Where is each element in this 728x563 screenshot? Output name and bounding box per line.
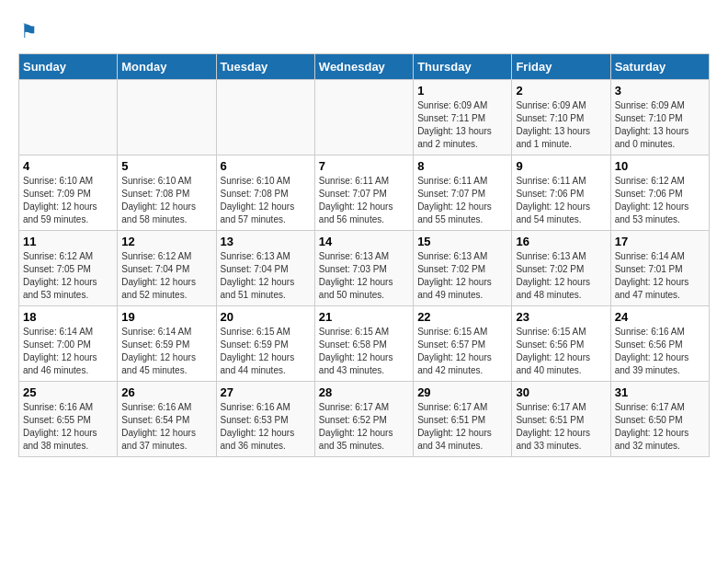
header-sunday: Sunday [19, 54, 118, 80]
calendar-cell [118, 80, 216, 155]
calendar-cell: 26Sunrise: 6:16 AM Sunset: 6:54 PM Dayli… [118, 382, 216, 457]
calendar-cell: 17Sunrise: 6:14 AM Sunset: 7:01 PM Dayli… [610, 231, 709, 306]
day-info: Sunrise: 6:12 AM Sunset: 7:05 PM Dayligh… [23, 250, 113, 302]
day-info: Sunrise: 6:17 AM Sunset: 6:51 PM Dayligh… [516, 401, 606, 453]
header-wednesday: Wednesday [314, 54, 413, 80]
day-number: 15 [417, 235, 507, 248]
week-row-3: 11Sunrise: 6:12 AM Sunset: 7:05 PM Dayli… [19, 231, 710, 306]
day-info: Sunrise: 6:17 AM Sunset: 6:52 PM Dayligh… [319, 401, 409, 453]
day-info: Sunrise: 6:15 AM Sunset: 6:56 PM Dayligh… [516, 326, 606, 377]
day-info: Sunrise: 6:10 AM Sunset: 7:08 PM Dayligh… [121, 175, 211, 226]
day-number: 4 [23, 159, 113, 173]
calendar-header-row: SundayMondayTuesdayWednesdayThursdayFrid… [19, 54, 710, 80]
calendar-cell: 1Sunrise: 6:09 AM Sunset: 7:11 PM Daylig… [414, 80, 512, 155]
day-number: 24 [615, 310, 705, 324]
day-info: Sunrise: 6:10 AM Sunset: 7:09 PM Dayligh… [23, 175, 113, 226]
calendar-cell: 14Sunrise: 6:13 AM Sunset: 7:03 PM Dayli… [314, 231, 413, 306]
calendar-cell: 8Sunrise: 6:11 AM Sunset: 7:07 PM Daylig… [414, 155, 512, 231]
header-friday: Friday [512, 54, 610, 80]
day-number: 31 [615, 385, 705, 399]
day-number: 25 [23, 385, 113, 399]
header-monday: Monday [118, 54, 216, 80]
day-number: 12 [121, 235, 211, 248]
day-info: Sunrise: 6:14 AM Sunset: 7:00 PM Dayligh… [23, 326, 113, 377]
week-row-1: 1Sunrise: 6:09 AM Sunset: 7:11 PM Daylig… [19, 80, 710, 155]
day-info: Sunrise: 6:16 AM Sunset: 6:54 PM Dayligh… [121, 401, 211, 453]
calendar-cell: 13Sunrise: 6:13 AM Sunset: 7:04 PM Dayli… [216, 231, 314, 306]
week-row-2: 4Sunrise: 6:10 AM Sunset: 7:09 PM Daylig… [19, 155, 710, 231]
day-info: Sunrise: 6:14 AM Sunset: 7:01 PM Dayligh… [615, 250, 705, 302]
calendar-cell: 19Sunrise: 6:14 AM Sunset: 6:59 PM Dayli… [118, 306, 216, 382]
day-info: Sunrise: 6:13 AM Sunset: 7:02 PM Dayligh… [516, 250, 606, 302]
calendar-cell: 2Sunrise: 6:09 AM Sunset: 7:10 PM Daylig… [512, 80, 610, 155]
logo-icon: ⚑ [18, 18, 44, 44]
day-info: Sunrise: 6:12 AM Sunset: 7:06 PM Dayligh… [615, 175, 705, 226]
day-info: Sunrise: 6:11 AM Sunset: 7:06 PM Dayligh… [516, 175, 606, 226]
week-row-5: 25Sunrise: 6:16 AM Sunset: 6:55 PM Dayli… [19, 382, 710, 457]
day-info: Sunrise: 6:14 AM Sunset: 6:59 PM Dayligh… [121, 326, 211, 377]
day-number: 30 [516, 385, 606, 399]
calendar-cell: 31Sunrise: 6:17 AM Sunset: 6:50 PM Dayli… [610, 382, 709, 457]
calendar-cell [216, 80, 314, 155]
day-info: Sunrise: 6:17 AM Sunset: 6:50 PM Dayligh… [615, 401, 705, 453]
day-number: 14 [319, 235, 409, 248]
day-number: 1 [417, 84, 507, 98]
day-info: Sunrise: 6:13 AM Sunset: 7:04 PM Dayligh… [221, 250, 311, 302]
svg-text:⚑: ⚑ [20, 20, 38, 41]
day-number: 28 [319, 385, 409, 399]
logo: ⚑ [18, 18, 48, 44]
day-info: Sunrise: 6:17 AM Sunset: 6:51 PM Dayligh… [417, 401, 507, 453]
calendar-cell: 21Sunrise: 6:15 AM Sunset: 6:58 PM Dayli… [314, 306, 413, 382]
calendar-cell: 30Sunrise: 6:17 AM Sunset: 6:51 PM Dayli… [512, 382, 610, 457]
calendar-cell: 15Sunrise: 6:13 AM Sunset: 7:02 PM Dayli… [414, 231, 512, 306]
calendar-cell: 29Sunrise: 6:17 AM Sunset: 6:51 PM Dayli… [414, 382, 512, 457]
day-number: 26 [121, 385, 211, 399]
day-info: Sunrise: 6:10 AM Sunset: 7:08 PM Dayligh… [221, 175, 311, 226]
header-tuesday: Tuesday [216, 54, 314, 80]
calendar-cell [314, 80, 413, 155]
day-info: Sunrise: 6:09 AM Sunset: 7:11 PM Dayligh… [417, 99, 507, 151]
day-info: Sunrise: 6:16 AM Sunset: 6:55 PM Dayligh… [23, 401, 113, 453]
day-number: 7 [319, 159, 409, 173]
calendar-cell: 16Sunrise: 6:13 AM Sunset: 7:02 PM Dayli… [512, 231, 610, 306]
day-number: 29 [417, 385, 507, 399]
day-number: 8 [417, 159, 507, 173]
day-info: Sunrise: 6:09 AM Sunset: 7:10 PM Dayligh… [615, 99, 705, 151]
day-number: 23 [516, 310, 606, 324]
header-saturday: Saturday [610, 54, 709, 80]
calendar-cell: 7Sunrise: 6:11 AM Sunset: 7:07 PM Daylig… [314, 155, 413, 231]
day-info: Sunrise: 6:09 AM Sunset: 7:10 PM Dayligh… [516, 99, 606, 151]
day-number: 16 [516, 235, 606, 248]
calendar-cell: 11Sunrise: 6:12 AM Sunset: 7:05 PM Dayli… [19, 231, 118, 306]
calendar-cell: 20Sunrise: 6:15 AM Sunset: 6:59 PM Dayli… [216, 306, 314, 382]
day-number: 20 [221, 310, 311, 324]
calendar-cell: 3Sunrise: 6:09 AM Sunset: 7:10 PM Daylig… [610, 80, 709, 155]
day-info: Sunrise: 6:11 AM Sunset: 7:07 PM Dayligh… [417, 175, 507, 226]
day-info: Sunrise: 6:15 AM Sunset: 6:57 PM Dayligh… [417, 326, 507, 377]
day-number: 22 [417, 310, 507, 324]
calendar-cell: 9Sunrise: 6:11 AM Sunset: 7:06 PM Daylig… [512, 155, 610, 231]
day-number: 27 [221, 385, 311, 399]
calendar-cell: 4Sunrise: 6:10 AM Sunset: 7:09 PM Daylig… [19, 155, 118, 231]
day-info: Sunrise: 6:12 AM Sunset: 7:04 PM Dayligh… [121, 250, 211, 302]
day-number: 10 [615, 159, 705, 173]
calendar-cell: 18Sunrise: 6:14 AM Sunset: 7:00 PM Dayli… [19, 306, 118, 382]
calendar-cell: 27Sunrise: 6:16 AM Sunset: 6:53 PM Dayli… [216, 382, 314, 457]
day-info: Sunrise: 6:16 AM Sunset: 6:53 PM Dayligh… [221, 401, 311, 453]
calendar-cell [19, 80, 118, 155]
day-number: 5 [121, 159, 211, 173]
day-info: Sunrise: 6:13 AM Sunset: 7:03 PM Dayligh… [319, 250, 409, 302]
calendar-cell: 10Sunrise: 6:12 AM Sunset: 7:06 PM Dayli… [610, 155, 709, 231]
day-number: 2 [516, 84, 606, 98]
header-thursday: Thursday [414, 54, 512, 80]
day-number: 18 [23, 310, 113, 324]
day-number: 17 [615, 235, 705, 248]
day-number: 3 [615, 84, 705, 98]
day-info: Sunrise: 6:13 AM Sunset: 7:02 PM Dayligh… [417, 250, 507, 302]
calendar-cell: 5Sunrise: 6:10 AM Sunset: 7:08 PM Daylig… [118, 155, 216, 231]
calendar-cell: 28Sunrise: 6:17 AM Sunset: 6:52 PM Dayli… [314, 382, 413, 457]
week-row-4: 18Sunrise: 6:14 AM Sunset: 7:00 PM Dayli… [19, 306, 710, 382]
page-header: ⚑ [18, 18, 710, 44]
calendar-table: SundayMondayTuesdayWednesdayThursdayFrid… [18, 53, 710, 457]
calendar-cell: 22Sunrise: 6:15 AM Sunset: 6:57 PM Dayli… [414, 306, 512, 382]
